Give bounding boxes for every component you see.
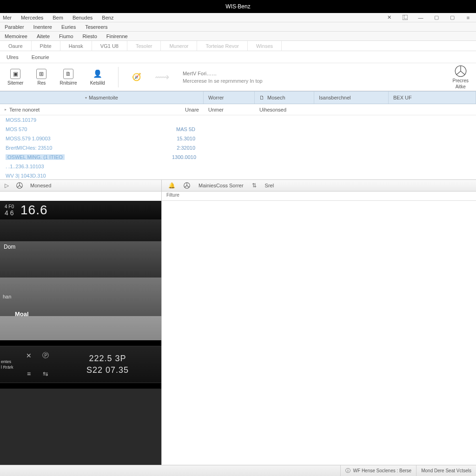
tab[interactable]: Tesoler <box>127 41 161 51</box>
tab[interactable]: Muneror <box>161 41 197 51</box>
app-title: WIS·Benz <box>225 3 250 10</box>
minimize-icon[interactable]: — <box>413 15 429 20</box>
menu-item[interactable]: Euries <box>57 24 80 30</box>
subheader-row: Terre nonoret Unare Unmer Uihesonsed <box>0 104 476 115</box>
tool-label: Rnitsirre <box>60 80 77 86</box>
column-header[interactable]: Isansberchnel <box>314 92 389 104</box>
console-icons: ✕ Ⓟ ≡ ⇆ <box>20 346 54 383</box>
console-value: S22 07.35 <box>86 365 129 375</box>
titlebar: WIS·Benz <box>0 0 476 13</box>
readout-small: 4 F0 <box>5 204 14 209</box>
search-hint: Mercerese In se reprnmmery In top <box>183 78 266 84</box>
menu-item[interactable]: Fiumo <box>54 33 78 39</box>
separator <box>118 67 119 87</box>
column-header[interactable]: 🗋Mosech <box>255 92 314 104</box>
status-bar: ⓘ WF Hense Soclenes : Berse Mond Dere Se… <box>0 465 476 476</box>
window-box-icon[interactable]: ▢ <box>444 14 460 20</box>
subheader-cell[interactable]: Terre nonoret <box>0 104 172 115</box>
menu-item[interactable]: Parabler <box>0 24 29 30</box>
bell-icon[interactable]: 🔔 <box>168 182 175 189</box>
user-icon: 👤 <box>93 69 103 79</box>
menubar-row-1: Mer Mercedes Bem Benudes Benz ✕ ⿺ — ▢ ▢ … <box>0 13 476 22</box>
menu-item[interactable]: Tesereers <box>80 24 112 30</box>
subheader-cell[interactable]: Unare <box>172 104 204 115</box>
column-header[interactable]: Masmentoite <box>0 92 204 104</box>
ribbon-sub-item[interactable]: Eonurie <box>25 54 56 60</box>
table-row[interactable]: MOSS.10179 <box>0 115 476 125</box>
preview-tag: han <box>3 294 11 299</box>
tool-compass[interactable]: 🧭 <box>132 72 142 82</box>
table-row[interactable]: WV 3| 1043D.310 <box>0 171 476 179</box>
table-row[interactable]: OSWEL MING. (1 ITIEO1300.0010 <box>0 152 476 162</box>
tabstrip: Oaure Pibte Hansk VG1 U8 Tesoler Muneror… <box>0 41 476 51</box>
column-header[interactable]: Worrer <box>204 92 255 104</box>
table-row[interactable]: MOS 570MAS 5D <box>0 125 476 134</box>
menu-item[interactable]: Benz <box>97 15 118 20</box>
mercedes-star-icon <box>16 182 23 189</box>
search-input[interactable] <box>183 71 266 76</box>
column-header[interactable]: BEX UF <box>389 92 476 104</box>
menu-icon[interactable]: ≡ <box>27 370 31 377</box>
subheader-cell[interactable]: Unmer <box>204 104 255 115</box>
mercedes-star-icon <box>455 65 467 77</box>
tab[interactable]: Hansk <box>60 41 92 51</box>
menu-item[interactable]: Inentere <box>29 24 57 30</box>
table-row[interactable]: MOSS.579 1.0900315.3010 <box>0 134 476 143</box>
tool-sitemer[interactable]: ▣ Sitemer <box>7 69 23 86</box>
swap-icon[interactable]: ⇆ <box>43 370 48 377</box>
tool-document[interactable]: 🗎 Rnitsirre <box>60 69 77 86</box>
window-box-icon[interactable]: ▢ <box>429 14 444 20</box>
menu-icon[interactable]: ≡ <box>460 15 476 20</box>
subheader-cell[interactable]: Uihesonsed <box>255 104 314 115</box>
tab[interactable]: Winses <box>248 41 282 51</box>
brand-text: Aitke <box>456 84 466 89</box>
info-icon: ⓘ <box>345 467 350 474</box>
menu-item[interactable]: Riesto <box>78 33 102 39</box>
filter-label[interactable]: Filture <box>162 192 476 201</box>
readout-value: 16.6 <box>20 203 48 218</box>
column-headers: Masmentoite Worrer 🗋Mosech Isansberchnel… <box>0 91 476 104</box>
table-row[interactable]: . .1..236.3.10103 <box>0 162 476 171</box>
preview-readout: 4 F0 4 6 16.6 <box>0 201 161 219</box>
menubar-row-2: Parabler Inentere Euries Tesereers <box>0 22 476 32</box>
mid-label: MainiesCoss Sorrer <box>198 183 244 188</box>
close-icon[interactable]: ✕ <box>381 14 397 20</box>
console-label: l Rrārk <box>1 365 20 370</box>
doc-icon: 🗋 <box>259 95 264 100</box>
preview-pane: 4 F0 4 6 16.6 Dom han Moal entes l Rrārk… <box>0 201 162 470</box>
preview-console: entes l Rrārk ✕ Ⓟ ≡ ⇆ 222.5 3P S22 07.35 <box>0 340 161 389</box>
preview-image: Dom han Moal <box>0 219 161 340</box>
ribbon-sub-item[interactable]: Ulres <box>0 54 25 60</box>
menu-item[interactable]: Mer <box>0 15 16 20</box>
tab[interactable]: Pibte <box>32 41 60 51</box>
tool-label: Sitemer <box>7 80 23 86</box>
table-row[interactable]: BrertMICHes: 235102:32010 <box>0 143 476 152</box>
preview-tag: Moal <box>15 311 29 317</box>
menu-item[interactable]: Aitete <box>32 33 54 39</box>
console-label: entes <box>1 359 20 364</box>
swoosh-icon: ⟿ <box>155 71 170 83</box>
menu-item[interactable]: Memoiree <box>0 33 32 39</box>
restore-icon[interactable]: ⿺ <box>397 15 413 20</box>
menu-item[interactable]: Finirenne <box>102 33 132 39</box>
mid-toolbar: ▷ Monesed 🔔 MainiesCoss Sorrer ⇅ Srel <box>0 179 476 192</box>
tool-user[interactable]: 👤 Ketslild <box>90 69 105 86</box>
tab[interactable]: VG1 U8 <box>92 41 127 51</box>
tab[interactable]: Oaure <box>0 41 32 51</box>
play-icon[interactable]: ▷ <box>5 182 9 189</box>
menubar-row-3: Memoiree Aitete Fiumo Riesto Finirenne <box>0 32 476 41</box>
monitor-icon: ▣ <box>10 69 20 79</box>
compass-icon: 🧭 <box>132 72 142 82</box>
data-grid: MOSS.10179 MOS 570MAS 5D MOSS.579 1.0900… <box>0 115 476 179</box>
sort-icon[interactable]: ⇅ <box>252 182 257 189</box>
ribbon-sub: Ulres Eonurie <box>0 51 476 63</box>
tool-res[interactable]: ⊞ Res <box>36 69 46 86</box>
tab[interactable]: Torteiae Revor <box>197 41 248 51</box>
search-area: Mercerese In se reprnmmery In top <box>183 71 266 84</box>
route-icon[interactable]: ✕ <box>26 352 32 359</box>
menu-item[interactable]: Mercedes <box>16 15 48 20</box>
menu-item[interactable]: Bem <box>48 15 68 20</box>
menu-item[interactable]: Benudes <box>68 15 97 20</box>
lower-split: 4 F0 4 6 16.6 Dom han Moal entes l Rrārk… <box>0 201 476 470</box>
parking-icon[interactable]: Ⓟ <box>42 351 49 360</box>
